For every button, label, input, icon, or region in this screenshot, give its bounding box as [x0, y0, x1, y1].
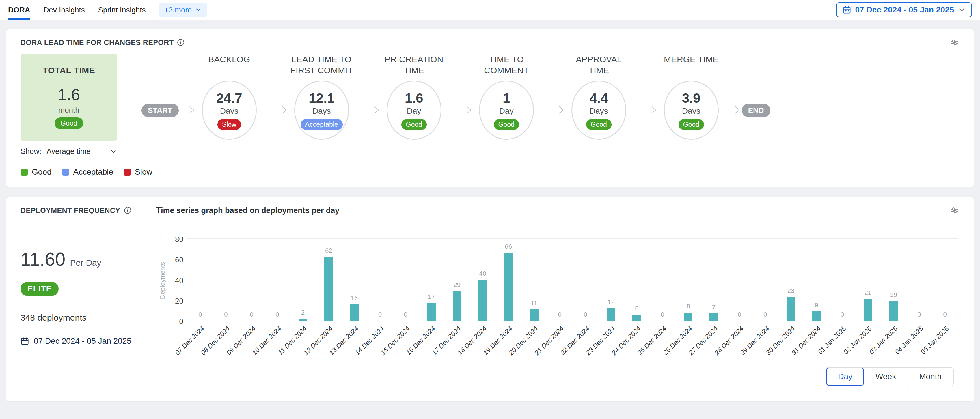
tab-sprint-insights[interactable]: Sprint Insights — [98, 0, 146, 20]
total-deployments: 348 deployments — [21, 313, 156, 323]
stage-status-badge: Acceptable — [301, 119, 343, 130]
deployments-bar-chart: Deployments 020406080 007 Dec 2024008 De… — [156, 239, 958, 321]
pipeline-stage: PR CREATION TIME1.6DayGood — [381, 54, 447, 140]
stage-status-badge: Good — [494, 119, 519, 130]
total-time-status-badge: Good — [54, 117, 83, 129]
tab-dora[interactable]: DORA — [8, 0, 30, 20]
bar-value-label: 0 — [918, 311, 921, 318]
chart-column: 624 Dec 2024 — [624, 239, 650, 321]
gridline — [188, 300, 958, 300]
stage-status-badge: Good — [586, 119, 612, 130]
bar-value-label: 0 — [661, 311, 664, 318]
chart-column: 826 Dec 2024 — [675, 239, 701, 321]
chart-column: 004 Jan 2025 — [906, 239, 932, 321]
bar-value-label: 17 — [428, 293, 435, 301]
deployment-frequency-title: DEPLOYMENT FREQUENCY — [21, 206, 120, 215]
deployment-bar[interactable] — [889, 301, 898, 321]
chevron-down-icon — [110, 148, 117, 155]
bar-value-label: 0 — [943, 311, 947, 318]
deployment-rate-unit: Per Day — [70, 258, 101, 268]
bar-value-label: 40 — [479, 270, 486, 277]
bar-value-label: 0 — [584, 311, 587, 318]
stage-label: PR CREATION TIME — [381, 54, 447, 81]
bar-value-label: 0 — [250, 311, 253, 318]
top-navigation-bar: DORADev InsightsSprint Insights +3 more … — [0, 0, 980, 20]
deployment-bar[interactable] — [864, 299, 872, 321]
chart-column: 021 Dec 2024 — [547, 239, 573, 321]
stage-circle: 3.9DaysGood — [664, 81, 719, 140]
legend-label: Slow — [135, 167, 153, 176]
toggle-day-button[interactable]: Day — [826, 368, 864, 386]
toggle-week-button[interactable]: Week — [864, 368, 907, 386]
date-range-label: 07 Dec 2024 - 05 Jan 2025 — [855, 5, 954, 14]
chart-column: 001 Jan 2025 — [829, 239, 855, 321]
chart-column: 211 Dec 2024 — [290, 239, 316, 321]
deployment-bar[interactable] — [710, 313, 718, 321]
stage-value: 1.6 — [405, 90, 423, 106]
deployment-bar[interactable] — [812, 311, 821, 321]
stage-value: 24.7 — [216, 90, 242, 106]
deployment-bar[interactable] — [607, 308, 615, 321]
bar-value-label: 21 — [864, 289, 872, 297]
flow-arrow-icon — [355, 104, 381, 116]
flow-arrow-icon — [179, 104, 196, 116]
chart-column: 1716 Dec 2024 — [418, 239, 444, 321]
flow-arrow-icon — [632, 104, 658, 116]
deployment-bar[interactable] — [324, 257, 333, 321]
deployment-bar[interactable] — [786, 297, 795, 321]
toggle-month-button[interactable]: Month — [907, 368, 953, 386]
more-tabs-button[interactable]: +3 more — [159, 3, 207, 17]
sliders-icon[interactable] — [949, 205, 959, 216]
deployment-bar[interactable] — [684, 313, 692, 321]
chart-column: 2917 Dec 2024 — [444, 239, 470, 321]
deployment-bar[interactable] — [427, 303, 436, 321]
sliders-icon[interactable] — [949, 37, 959, 48]
chevron-down-icon — [195, 6, 202, 13]
total-time-box: TOTAL TIME 1.6 month Good — [21, 54, 117, 141]
pipeline-stage: APPROVAL TIME4.4DaysGood — [566, 54, 632, 140]
chart-column: 1120 Dec 2024 — [521, 239, 547, 321]
chart-column: 028 Dec 2024 — [727, 239, 752, 321]
deployment-bar[interactable] — [350, 304, 359, 321]
stage-value: 4.4 — [590, 90, 608, 106]
info-icon[interactable] — [124, 206, 131, 214]
chart-column: 022 Dec 2024 — [573, 239, 598, 321]
bar-value-label: 0 — [738, 311, 741, 318]
gridline — [188, 259, 958, 259]
y-axis-ticks: 020406080 — [169, 239, 188, 321]
deployment-bar[interactable] — [299, 319, 307, 321]
lead-time-card-title: DORA LEAD TIME FOR CHANGES REPORT — [21, 38, 173, 47]
stage-value: 12.1 — [309, 90, 335, 106]
granularity-toggle: DayWeekMonth — [826, 367, 954, 386]
total-time-unit: month — [58, 106, 79, 114]
show-metric-dropdown[interactable]: Show: Average time — [21, 147, 117, 156]
stage-circle: 4.4DaysGood — [571, 81, 626, 140]
y-tick-label: 20 — [175, 296, 183, 305]
date-range-picker[interactable]: 07 Dec 2024 - 05 Jan 2025 — [836, 2, 972, 17]
lead-time-pipeline: STARTBACKLOG24.7DaysSlowLEAD TIME TO FIR… — [142, 54, 770, 156]
flow-arrow-icon — [724, 104, 742, 116]
chart-column: 005 Jan 2025 — [932, 239, 958, 321]
tab-dev-insights[interactable]: Dev Insights — [44, 0, 85, 20]
stage-label: TIME TO COMMENT — [473, 54, 540, 81]
chart-column: 4018 Dec 2024 — [470, 239, 495, 321]
deployment-bar[interactable] — [504, 253, 513, 321]
gridline — [188, 238, 958, 239]
pipeline-stage: TIME TO COMMENT1DayGood — [473, 54, 540, 140]
info-icon[interactable] — [177, 39, 185, 46]
elite-tier-badge: ELITE — [21, 282, 59, 296]
deployment-bar[interactable] — [632, 314, 641, 321]
deployment-bar[interactable] — [530, 309, 539, 321]
status-legend: GoodAcceptableSlow — [21, 167, 959, 176]
chart-subtitle: Time series graph based on deployments p… — [156, 206, 339, 215]
bar-value-label: 66 — [505, 243, 512, 251]
bar-value-label: 0 — [198, 311, 202, 318]
chart-column: 6619 Dec 2024 — [495, 239, 521, 321]
bar-value-label: 0 — [764, 311, 767, 318]
bar-value-label: 29 — [453, 281, 461, 289]
show-value: Average time — [46, 147, 91, 156]
chart-column: 1223 Dec 2024 — [598, 239, 624, 321]
deployment-bar[interactable] — [453, 291, 461, 321]
bar-value-label: 11 — [531, 300, 537, 307]
calendar-icon — [21, 337, 29, 345]
